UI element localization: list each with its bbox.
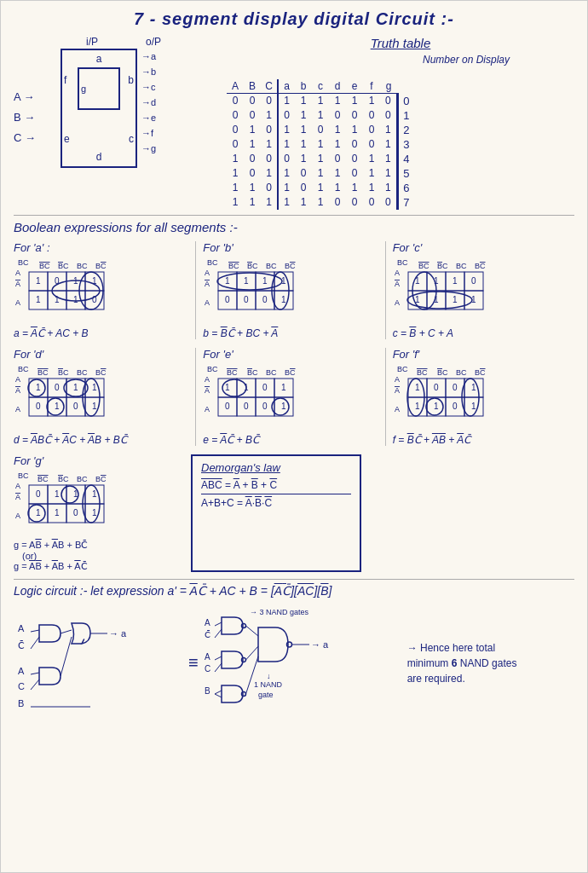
- truth-table: A B C a b c d e f g 000111111: [227, 79, 414, 210]
- svg-text:A: A: [15, 298, 20, 307]
- seg-d-label: d: [96, 151, 102, 163]
- svg-text:BC: BC: [475, 262, 486, 270]
- svg-text:1: 1: [471, 383, 476, 392]
- svg-text:1: 1: [73, 383, 78, 392]
- svg-text:BC: BC: [247, 368, 258, 377]
- svg-line-209: [215, 629, 222, 638]
- svg-text:BC: BC: [77, 368, 88, 377]
- kmap-b-svg: BC A BC BC BC BC A A: [203, 257, 305, 321]
- svg-text:A: A: [15, 269, 20, 277]
- kmap-e: For 'e' BC A BC BC BC BC A A: [203, 348, 385, 446]
- svg-text:A: A: [15, 386, 20, 395]
- svg-text:A: A: [205, 386, 210, 395]
- svg-text:A: A: [395, 298, 400, 307]
- seg-e-label: e: [64, 133, 70, 145]
- svg-text:1: 1: [36, 383, 41, 392]
- th-e: e: [346, 79, 363, 94]
- svg-line-194: [31, 679, 39, 690]
- th-f: f: [363, 79, 380, 94]
- svg-text:0: 0: [55, 383, 60, 392]
- svg-text:A: A: [15, 482, 20, 490]
- svg-text:BC: BC: [77, 262, 88, 270]
- svg-line-213: [215, 694, 222, 697]
- svg-text:BC: BC: [247, 262, 258, 270]
- svg-text:1 NAND: 1 NAND: [254, 680, 283, 689]
- svg-text:BC: BC: [37, 475, 49, 483]
- svg-text:0: 0: [434, 383, 439, 392]
- svg-text:B: B: [18, 698, 24, 708]
- svg-text:A: A: [15, 375, 20, 384]
- kmap-row-2: For 'd' BC A BC BC BC BC A A: [14, 348, 574, 446]
- kmap-g-title: For 'g': [14, 454, 184, 467]
- kmap-f: For 'f' BC A BC BC BC BC A A: [393, 348, 574, 446]
- svg-line-191: [31, 630, 39, 632]
- svg-line-214: [245, 626, 258, 636]
- kmap-c-expr: c = B + C + A: [393, 327, 568, 339]
- svg-text:C: C: [205, 664, 210, 674]
- seg-f-label: f: [64, 74, 66, 86]
- ip-label: i/P: [86, 36, 98, 48]
- svg-text:1: 1: [244, 276, 249, 286]
- svg-point-205: [241, 657, 245, 662]
- svg-text:1: 1: [453, 276, 458, 286]
- kmap-a-title: For 'a' :: [14, 241, 188, 254]
- svg-text:A: A: [395, 280, 400, 288]
- svg-text:A: A: [15, 280, 20, 288]
- svg-text:1: 1: [281, 383, 286, 392]
- kmap-c-title: For 'c': [393, 241, 568, 254]
- and-or-circuit: A C̄ A C B: [14, 606, 184, 720]
- kmap-e-expr: e = AC̄ + BC̄: [203, 434, 378, 446]
- svg-text:0: 0: [244, 402, 249, 411]
- svg-text:BC: BC: [39, 262, 50, 270]
- kmap-d-expr: d = ABC̄ + AC + AB + BC̄: [14, 434, 188, 446]
- svg-text:1: 1: [92, 402, 97, 411]
- svg-text:BC: BC: [417, 368, 428, 377]
- svg-text:gate: gate: [258, 691, 274, 699]
- svg-text:BC: BC: [475, 368, 486, 377]
- svg-text:BC: BC: [228, 262, 239, 270]
- svg-text:0: 0: [225, 402, 230, 411]
- svg-text:1: 1: [73, 295, 78, 304]
- svg-line-215: [245, 646, 258, 660]
- svg-text:→ a: → a: [311, 639, 329, 650]
- table-row: 00011111100: [227, 94, 414, 108]
- kmap-e-svg: BC A BC BC BC BC A A: [203, 363, 305, 427]
- demorgan-title: Demorgan's law: [201, 461, 351, 474]
- kmap-b: For 'b' BC A BC BC BC BC A A: [203, 241, 385, 339]
- th-B: B: [244, 79, 261, 94]
- svg-text:BC: BC: [397, 258, 408, 267]
- svg-text:0: 0: [453, 383, 458, 392]
- seg-inner-box: g: [78, 67, 120, 110]
- kmap-d-title: For 'd': [14, 348, 188, 361]
- svg-line-196: [61, 630, 72, 633]
- svg-text:BC: BC: [397, 365, 408, 373]
- svg-text:BC: BC: [18, 471, 29, 480]
- svg-text:BC: BC: [58, 368, 69, 377]
- svg-text:B: B: [205, 686, 210, 696]
- svg-text:1: 1: [225, 276, 230, 286]
- table-row: 00101100001: [227, 108, 414, 123]
- svg-text:→ 3 NAND gates: → 3 NAND gates: [250, 608, 309, 616]
- svg-text:BC: BC: [207, 258, 218, 267]
- svg-text:0: 0: [73, 402, 78, 411]
- kmap-g-or: (or): [22, 551, 184, 561]
- kmap-g: For 'g' BC A BC BC BC BC A A: [14, 454, 184, 572]
- svg-text:BC: BC: [18, 258, 29, 267]
- svg-text:1: 1: [36, 276, 41, 286]
- svg-text:C̄: C̄: [205, 630, 210, 639]
- svg-text:1: 1: [281, 402, 286, 411]
- svg-text:0: 0: [225, 295, 230, 304]
- table-row: 10001100114: [227, 152, 414, 166]
- seg-b-label: b: [128, 74, 134, 86]
- kmap-b-title: For 'b': [203, 241, 378, 254]
- svg-text:BC: BC: [456, 262, 467, 270]
- input-labels: A → B → C →: [14, 87, 36, 148]
- svg-text:BC: BC: [227, 368, 238, 377]
- truth-table-header-row: A B C a b c d e f g: [227, 79, 414, 94]
- nand-svg: A C̄ A C B: [203, 602, 399, 721]
- truth-table-area: Truth table A B C a b c d e f: [227, 36, 574, 210]
- table-row: 01111110013: [227, 137, 414, 152]
- seg-c-label: c: [129, 133, 134, 145]
- kmap-f-expr: f = BC̄ + AB + AC̄: [393, 434, 568, 446]
- svg-text:0: 0: [262, 295, 268, 304]
